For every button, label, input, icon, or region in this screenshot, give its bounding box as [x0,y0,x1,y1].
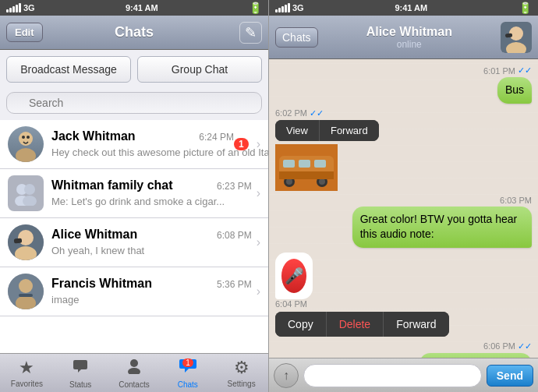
bubble-3[interactable]: Great color! BTW you gotta hear this aud… [352,207,532,248]
edit-button[interactable]: Edit [6,23,43,42]
copy-button[interactable]: Copy [275,312,326,337]
message-row-2: 6:02 PM ✓✓ View Forward [275,108,532,191]
bubble-1[interactable]: Bus [497,77,532,104]
svg-point-17 [128,368,140,374]
context-menu: Copy Delete Forward [275,312,449,337]
forward-button[interactable]: Forward [383,312,448,337]
svg-rect-26 [314,160,326,168]
tab-settings[interactable]: ⚙ Settings [214,354,268,392]
right-signal-area: 3G [275,3,304,12]
time-5: 6:06 PM [483,341,515,351]
svg-point-5 [24,184,35,195]
message-row-3: 6:03 PM Great color! BTW you gotta hear … [275,196,532,248]
view-forward-buttons: View Forward [275,120,379,141]
chat-info-family: Whitman family chat 6:23 PM Me: Let's go… [51,178,252,208]
contact-avatar[interactable] [501,22,532,53]
message-row-4: 🎤 6:04 PM Copy Delete Forward [275,253,532,337]
svg-point-30 [319,178,325,185]
chat-item-family[interactable]: Whitman family chat 6:23 PM Me: Let's go… [0,169,268,218]
contacts-icon [126,357,143,379]
chat-time-alice: 6:08 PM [217,230,252,241]
right-signal-bars [275,3,290,12]
left-network: 3G [23,3,35,12]
message-input[interactable] [303,364,482,387]
send-button[interactable]: Send [487,365,533,387]
search-input[interactable] [6,92,262,114]
chat-item-francis[interactable]: Francis Whitman 5:36 PM image › [0,267,268,316]
search-wrapper: 🔍 [6,92,262,114]
chat-header-jack: Jack Whitman 6:24 PM [51,129,234,143]
avatar-jack [8,126,44,162]
action-buttons-bar: Broadcast Message Group Chat [0,50,268,89]
chevron-jack: › [257,137,260,151]
svg-rect-15 [19,294,33,297]
delete-button[interactable]: Delete [326,312,383,337]
left-panel: 3G 9:41 AM 🔋 Edit Chats ✎ Broadcast Mess… [0,0,269,392]
tab-favorites-label: Favorites [11,380,43,388]
svg-point-9 [18,230,34,245]
check-5: ✓✓ [518,341,532,351]
broadcast-button[interactable]: Broadcast Message [6,56,131,83]
chat-name-jack: Jack Whitman [51,129,136,143]
avatar-family [8,175,44,211]
right-network: 3G [292,3,304,12]
svg-point-1 [16,148,36,162]
group-chat-button[interactable]: Group Chat [137,56,262,83]
bus-image [275,144,338,191]
tab-contacts[interactable]: Contacts [108,354,161,392]
status-icon [72,357,89,379]
left-time: 9:41 AM [126,3,158,12]
chat-header-alice: Alice Whitman 6:08 PM [51,228,252,242]
chat-name-alice: Alice Whitman [51,228,137,242]
svg-point-28 [286,178,292,185]
right-time: 9:41 AM [395,3,427,12]
chat-preview-alice: Oh yeah, I knew that [51,245,144,256]
favorites-icon: ★ [19,358,34,378]
view-button[interactable]: View [275,120,319,141]
left-signal-area: 3G [6,3,35,12]
right-status-bar: 3G 9:41 AM 🔋 [269,0,538,16]
chat-info-jack: Jack Whitman 6:24 PM Hey check out this … [51,129,234,159]
settings-icon: ⚙ [234,358,250,378]
chat-info-alice: Alice Whitman 6:08 PM Oh yeah, I knew th… [51,228,252,257]
input-bar: ↑ Send [269,358,538,392]
text-1: Bus [505,83,524,96]
tab-status[interactable]: Status [54,354,108,392]
tab-settings-label: Settings [228,380,256,388]
text-3: Great color! BTW you gotta hear this aud… [360,213,518,241]
chat-preview-family: Me: Let's go drink and smoke a cigar... [51,196,225,207]
chat-time-francis: 5:36 PM [217,279,252,290]
svg-rect-31 [279,171,334,179]
avatar-francis [8,274,44,309]
svg-point-3 [27,136,30,139]
chat-item-jack[interactable]: Jack Whitman 6:24 PM Hey check out this … [0,120,268,169]
tab-contacts-label: Contacts [119,380,149,389]
time-1: 6:01 PM [483,66,515,76]
time-row-2: 6:02 PM ✓✓ [275,108,324,118]
chat-time-jack: 6:24 PM [199,132,234,143]
svg-rect-25 [299,160,310,168]
chat-preview-francis: image [51,294,79,305]
back-button[interactable]: Chats [275,27,318,48]
tab-favorites[interactable]: ★ Favorites [0,354,54,392]
share-icon: ↑ [283,369,289,383]
time-2: 6:02 PM [275,108,307,118]
svg-rect-11 [14,238,22,244]
messages-area: 6:01 PM ✓✓ Bus 6:02 PM ✓✓ View Forward [269,59,538,358]
bubble-5[interactable]: That is so funny! 😂 [419,353,532,358]
audio-message[interactable]: 🎤 [275,253,313,299]
time-3: 6:03 PM [500,196,532,205]
mic-icon: 🎤 [281,259,306,293]
chat-name-francis: Francis Whitman [51,277,152,291]
chats-tab-wrap: 1 Chats [178,357,198,389]
svg-rect-24 [283,160,295,168]
right-panel: 3G 9:41 AM 🔋 Chats Alice Whitman online … [269,0,538,392]
chat-time-family: 6:23 PM [217,181,252,192]
chat-item-alice[interactable]: Alice Whitman 6:08 PM Oh yeah, I knew th… [0,218,268,267]
tab-chats[interactable]: 1 Chats [161,354,214,392]
share-button[interactable]: ↑ [274,363,299,388]
forward-image-button[interactable]: Forward [319,120,379,141]
chevron-francis: › [257,284,260,298]
compose-button[interactable]: ✎ [239,22,262,44]
contact-status: online [318,39,501,50]
